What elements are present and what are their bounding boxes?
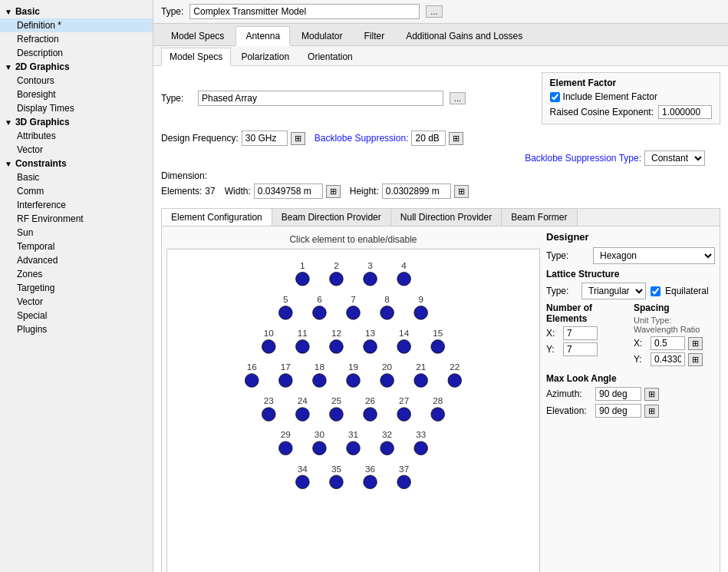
sidebar-item-interference[interactable]: Interference	[0, 198, 153, 212]
element-dot[interactable]: 21	[414, 362, 428, 387]
sidebar-item-refraction[interactable]: Refraction	[0, 32, 153, 46]
sidebar-item-sun[interactable]: Sun	[0, 226, 153, 240]
sidebar-item-zones[interactable]: Zones	[0, 267, 153, 281]
sidebar-item-basic-c[interactable]: Basic	[0, 170, 153, 184]
sidebar-item-comm[interactable]: Comm	[0, 184, 153, 198]
element-dot[interactable]: 18	[313, 362, 327, 387]
element-dot[interactable]: 36	[364, 464, 377, 489]
element-dot[interactable]: 24	[296, 395, 310, 421]
backlobe-type-select[interactable]: Constant	[644, 150, 705, 166]
sidebar-item-plugins[interactable]: Plugins	[0, 322, 153, 336]
element-dot[interactable]: 20	[380, 362, 394, 387]
backlobe-input[interactable]	[411, 131, 446, 146]
element-dot[interactable]: 26	[364, 395, 377, 421]
element-dot[interactable]: 33	[414, 429, 428, 455]
sidebar-item-targeting[interactable]: Targeting	[0, 281, 153, 295]
spacing-x-calc[interactable]: ⊞	[688, 337, 703, 350]
section-tab-element-config[interactable]: Element Configuration	[162, 209, 272, 226]
sidebar-item-description[interactable]: Description	[0, 46, 153, 60]
main-tab-modulator[interactable]: Modulator	[292, 26, 352, 45]
design-freq-calc[interactable]: ⊞	[291, 132, 305, 145]
sidebar-item-rf-environment[interactable]: RF Environment	[0, 212, 153, 226]
element-dot[interactable]: 19	[347, 362, 361, 387]
azimuth-input[interactable]	[595, 387, 641, 401]
element-canvas[interactable]: 1234567891011121314151617181920212223242…	[166, 249, 540, 572]
element-dot[interactable]: 23	[262, 395, 275, 421]
spacing-y-input[interactable]	[651, 352, 685, 366]
sidebar-item-temporal[interactable]: Temporal	[0, 240, 153, 253]
raised-cosine-input[interactable]	[658, 105, 712, 119]
sidebar-group-constraints[interactable]: ▼Constraints	[0, 157, 153, 170]
sidebar-item-display-times[interactable]: Display Times	[0, 101, 153, 115]
sidebar-item-special[interactable]: Special	[0, 309, 153, 322]
elevation-input[interactable]	[595, 404, 641, 418]
sidebar-item-attributes[interactable]: Attributes	[0, 129, 153, 143]
element-dot[interactable]: 2	[330, 260, 344, 286]
element-dot[interactable]: 1	[296, 260, 310, 286]
main-tab-model-specs[interactable]: Model Specs	[161, 26, 234, 45]
header-ellipsis-button[interactable]: ...	[426, 5, 442, 18]
sidebar-item-boresight[interactable]: Boresight	[0, 88, 153, 101]
antenna-type-input[interactable]	[198, 91, 443, 106]
section-tab-null-direction[interactable]: Null Direction Provider	[391, 209, 502, 226]
width-calc[interactable]: ⊞	[326, 185, 341, 198]
element-dot[interactable]: 3	[364, 260, 377, 286]
sidebar-item-contours[interactable]: Contours	[0, 74, 153, 88]
element-dot[interactable]: 29	[279, 429, 293, 455]
element-dot[interactable]: 22	[448, 362, 462, 387]
designer-type-select[interactable]: Hexagon	[593, 247, 715, 264]
spacing-y-calc[interactable]: ⊞	[688, 353, 703, 366]
element-dot[interactable]: 32	[380, 429, 394, 455]
num-y-input[interactable]	[563, 342, 598, 356]
element-dot[interactable]: 25	[330, 395, 344, 421]
main-tab-antenna[interactable]: Antenna	[236, 26, 290, 46]
element-dot[interactable]: 30	[313, 429, 327, 455]
sidebar-item-vector[interactable]: Vector	[0, 143, 153, 157]
main-tab-additional[interactable]: Additional Gains and Losses	[396, 26, 532, 45]
sidebar-item-vector-c[interactable]: Vector	[0, 295, 153, 309]
header-type-input[interactable]	[189, 4, 420, 19]
sub-tab-polarization[interactable]: Polarization	[232, 48, 298, 65]
element-dot[interactable]: 10	[262, 328, 275, 353]
element-dot[interactable]: 37	[397, 464, 411, 489]
height-calc[interactable]: ⊞	[454, 185, 469, 198]
spacing-x-input[interactable]	[651, 336, 685, 350]
sidebar-item-definition[interactable]: Definition *	[0, 18, 153, 32]
equilateral-checkbox[interactable]	[651, 286, 660, 296]
element-dot[interactable]: 6	[313, 294, 327, 319]
element-dot[interactable]: 31	[347, 429, 361, 455]
sidebar-group-2d-graphics[interactable]: ▼2D Graphics	[0, 60, 153, 74]
sub-tab-orientation[interactable]: Orientation	[299, 48, 361, 65]
element-dot[interactable]: 9	[414, 294, 428, 319]
num-x-input[interactable]	[563, 326, 598, 340]
element-dot[interactable]: 15	[431, 328, 445, 353]
azimuth-calc[interactable]: ⊞	[644, 388, 659, 401]
width-input[interactable]	[254, 184, 323, 199]
element-dot[interactable]: 17	[279, 362, 293, 387]
section-tab-beam-former[interactable]: Beam Former	[502, 209, 577, 226]
sidebar-group-basic[interactable]: ▼Basic	[0, 5, 153, 18]
element-dot[interactable]: 28	[431, 395, 445, 421]
element-dot[interactable]: 4	[397, 260, 411, 286]
backlobe-calc[interactable]: ⊞	[449, 132, 463, 145]
include-element-factor-checkbox[interactable]	[550, 92, 560, 102]
design-freq-input[interactable]	[242, 131, 288, 146]
element-dot[interactable]: 11	[296, 328, 310, 353]
element-dot[interactable]: 14	[397, 328, 411, 353]
element-dot[interactable]: 7	[347, 294, 361, 319]
section-tab-beam-direction[interactable]: Beam Direction Provider	[272, 209, 391, 226]
lattice-type-select[interactable]: Triangular	[581, 283, 646, 299]
antenna-type-ellipsis[interactable]: ...	[450, 92, 466, 104]
sidebar-group-3d-graphics[interactable]: ▼3D Graphics	[0, 115, 153, 129]
element-dot[interactable]: 5	[279, 294, 293, 319]
element-dot[interactable]: 8	[380, 294, 394, 319]
element-dot[interactable]: 27	[397, 395, 411, 421]
element-dot[interactable]: 34	[296, 464, 310, 489]
element-dot[interactable]: 35	[330, 464, 344, 489]
element-dot[interactable]: 13	[364, 328, 377, 353]
main-tab-filter[interactable]: Filter	[354, 26, 394, 45]
sidebar-item-advanced[interactable]: Advanced	[0, 253, 153, 267]
sub-tab-model-specs-sub[interactable]: Model Specs	[161, 48, 231, 66]
element-dot[interactable]: 16	[245, 362, 259, 387]
element-dot[interactable]: 12	[330, 328, 344, 353]
